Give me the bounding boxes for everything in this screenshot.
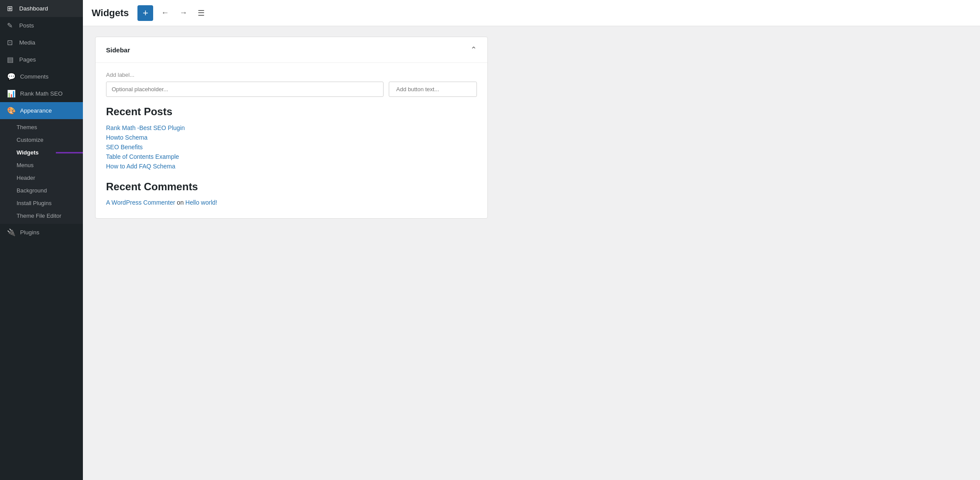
sidebar-subitem-menus[interactable]: Menus [0, 159, 83, 171]
pages-icon: ▤ [7, 55, 15, 64]
menu-button[interactable]: ☰ [195, 7, 207, 20]
sidebar-subitem-install-plugins[interactable]: Install Plugins [0, 197, 83, 209]
sidebar-subitem-widgets[interactable]: Widgets [0, 146, 83, 159]
recent-posts-heading: Recent Posts [106, 106, 477, 118]
sidebar-item-pages[interactable]: ▤ Pages [0, 51, 83, 68]
recent-post-link-1[interactable]: Rank Math -Best SEO Plugin [106, 124, 185, 131]
recent-comments-heading: Recent Comments [106, 181, 477, 193]
list-item: SEO Benefits [106, 143, 477, 151]
sidebar-item-dashboard[interactable]: ⊞ Dashboard [0, 0, 83, 17]
rankmath-icon: 📊 [7, 89, 16, 98]
media-icon: ⊡ [7, 38, 15, 47]
comment-author-link[interactable]: A WordPress Commenter [106, 199, 175, 206]
sidebar-subitem-header[interactable]: Header [0, 171, 83, 184]
sidebar-item-plugins[interactable]: 🔌 Plugins [0, 224, 83, 241]
sidebar-subitem-themes[interactable]: Themes [0, 121, 83, 134]
topbar: Widgets + ← → ☰ [83, 0, 980, 26]
menu-icon: ☰ [198, 9, 205, 17]
sidebar-subitem-customize[interactable]: Customize [0, 134, 83, 146]
sidebar-item-comments[interactable]: 💬 Comments [0, 68, 83, 85]
add-button-text-input[interactable] [389, 82, 477, 97]
add-widget-button[interactable]: + [137, 5, 153, 21]
sidebar-item-media[interactable]: ⊡ Media [0, 34, 83, 51]
redo-icon: → [179, 8, 187, 17]
sidebar: ⊞ Dashboard ✎ Posts ⊡ Media ▤ Pages 💬 Co… [0, 0, 83, 480]
main-area: Widgets + ← → ☰ Sidebar ⌃ Add label... [83, 0, 980, 480]
recent-comments-section: A WordPress Commenter on Hello world! [106, 199, 477, 206]
optional-placeholder-input[interactable] [106, 82, 384, 97]
appearance-icon: 🎨 [7, 106, 16, 115]
list-item: Table of Contents Example [106, 153, 477, 161]
widget-panel-title: Sidebar [106, 46, 130, 54]
widget-panel: Sidebar ⌃ Add label... Recent Posts Rank… [95, 37, 488, 219]
recent-post-link-3[interactable]: SEO Benefits [106, 144, 143, 151]
appearance-subnav: Themes Customize Widgets Menus Header Ba… [0, 119, 83, 224]
comments-icon: 💬 [7, 72, 16, 81]
add-label-text: Add label... [106, 72, 477, 78]
list-item: Rank Math -Best SEO Plugin [106, 124, 477, 132]
sidebar-item-rankmath[interactable]: 📊 Rank Math SEO [0, 85, 83, 102]
sidebar-subitem-theme-file-editor[interactable]: Theme File Editor [0, 209, 83, 222]
recent-post-link-4[interactable]: Table of Contents Example [106, 153, 179, 160]
dashboard-icon: ⊞ [7, 4, 15, 13]
recent-post-link-5[interactable]: How to Add FAQ Schema [106, 163, 175, 170]
add-label-row [106, 82, 477, 97]
list-item: How to Add FAQ Schema [106, 162, 477, 170]
comment-line: A WordPress Commenter on Hello world! [106, 199, 477, 206]
sidebar-item-appearance[interactable]: 🎨 Appearance [0, 102, 83, 119]
sidebar-item-posts[interactable]: ✎ Posts [0, 17, 83, 34]
widgets-arrow [52, 148, 83, 157]
page-title: Widgets [92, 7, 129, 19]
recent-posts-list: Rank Math -Best SEO Plugin Howto Schema … [106, 124, 477, 170]
plugins-icon: 🔌 [7, 228, 16, 237]
comment-post-link[interactable]: Hello world! [185, 199, 217, 206]
redo-button[interactable]: → [177, 7, 190, 19]
content-area: Sidebar ⌃ Add label... Recent Posts Rank… [83, 26, 980, 480]
recent-post-link-2[interactable]: Howto Schema [106, 134, 147, 141]
posts-icon: ✎ [7, 21, 15, 30]
widget-panel-body: Add label... Recent Posts Rank Math -Bes… [96, 63, 487, 218]
undo-icon: ← [161, 8, 169, 17]
widget-panel-collapse-button[interactable]: ⌃ [470, 45, 477, 55]
widget-panel-header: Sidebar ⌃ [96, 37, 487, 63]
add-label-section: Add label... [106, 72, 477, 97]
list-item: Howto Schema [106, 134, 477, 141]
comment-on-text: on [177, 199, 185, 206]
sidebar-subitem-background[interactable]: Background [0, 184, 83, 197]
undo-button[interactable]: ← [158, 7, 171, 19]
